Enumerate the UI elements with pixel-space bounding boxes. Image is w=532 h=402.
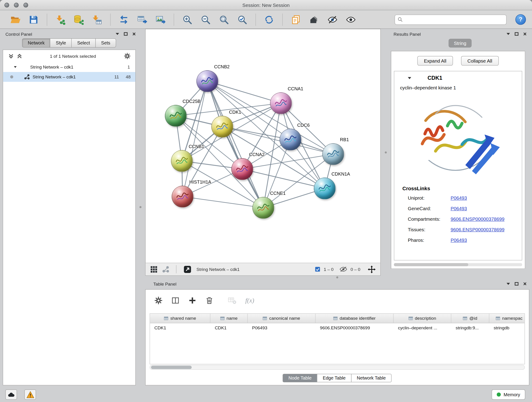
network-node-hist1h1a[interactable]: [172, 186, 193, 207]
table-cell[interactable]: CDK1: [150, 323, 210, 332]
column-header-name[interactable]: name: [210, 314, 248, 323]
tree-expander-icon[interactable]: [14, 66, 17, 68]
network-edge[interactable]: [207, 81, 263, 208]
tab-style[interactable]: Style: [50, 38, 72, 47]
crosslink-link[interactable]: P06493: [451, 195, 467, 201]
column-header-canonical-name[interactable]: canonical name: [248, 314, 316, 323]
open-in-new-window-icon[interactable]: [183, 265, 192, 274]
column-header-namespac[interactable]: namespac: [489, 314, 525, 323]
network-node-cdk1[interactable]: [211, 116, 233, 138]
column-header-description[interactable]: description: [394, 314, 451, 323]
results-panel-float-icon[interactable]: [515, 32, 519, 36]
tab-network-table[interactable]: Network Table: [351, 374, 392, 382]
import-network-database-button[interactable]: [71, 12, 86, 27]
network-node-cdc25b[interactable]: [165, 105, 187, 127]
control-panel-float-icon[interactable]: [124, 32, 128, 36]
results-tab-string[interactable]: String: [448, 39, 472, 48]
tab-select[interactable]: Select: [71, 38, 96, 47]
control-panel-close-icon[interactable]: ×: [133, 31, 136, 37]
network-row[interactable]: String Network – cdk1 11 48: [3, 72, 135, 82]
birdseye-grid-icon[interactable]: [150, 266, 157, 273]
crosslink-link[interactable]: 9606.ENSP00000378699: [451, 216, 505, 222]
table-panel-float-icon[interactable]: [515, 282, 519, 286]
help-button[interactable]: ?: [515, 14, 526, 25]
selected-checkbox-icon[interactable]: [315, 267, 321, 272]
table-cell[interactable]: CDK1: [210, 323, 248, 332]
expand-all-button[interactable]: Expand All: [418, 56, 453, 65]
network-node-ccnb1[interactable]: [171, 150, 193, 172]
delete-icon[interactable]: [205, 296, 214, 305]
table-cell[interactable]: stringdb:9...: [451, 323, 489, 332]
table-panel-close-icon[interactable]: ×: [523, 281, 527, 287]
import-table-button[interactable]: [90, 12, 104, 27]
table-cell[interactable]: cyclin–dependent ...: [394, 323, 451, 332]
tab-node-table[interactable]: Node Table: [283, 374, 317, 382]
hide-details-button[interactable]: [325, 12, 340, 27]
move-crosshair-icon[interactable]: [368, 265, 375, 273]
export-image-button[interactable]: [153, 12, 167, 27]
collapse-all-tree-icon[interactable]: [17, 53, 22, 59]
collapse-all-button[interactable]: Collapse All: [461, 56, 499, 65]
zoom-fit-button[interactable]: [217, 12, 231, 27]
tab-edge-table[interactable]: Edge Table: [317, 374, 351, 382]
network-node-cdkn1a[interactable]: [314, 178, 336, 199]
column-header-database-identifier[interactable]: database identifier: [316, 314, 394, 323]
network-node-cdc6[interactable]: [279, 128, 301, 150]
search-box[interactable]: [394, 14, 507, 25]
results-scrollbar[interactable]: [394, 263, 522, 266]
network-edge[interactable]: [183, 81, 207, 197]
network-node-ccna2[interactable]: [231, 158, 253, 180]
copy-document-button[interactable]: [289, 12, 303, 27]
horizontal-splitter-handle[interactable]: [336, 276, 338, 279]
results-scrollbar-thumb[interactable]: [394, 263, 468, 266]
table-hscrollbar[interactable]: [150, 365, 525, 370]
zoom-in-button[interactable]: [180, 12, 194, 27]
zoom-selected-button[interactable]: [235, 12, 249, 27]
columns-icon[interactable]: [171, 296, 180, 305]
crosslink-link[interactable]: P06493: [451, 206, 467, 211]
network-node-ccnb2[interactable]: [196, 70, 218, 92]
crosslink-link[interactable]: P06493: [451, 237, 467, 243]
gear-icon[interactable]: [154, 296, 163, 305]
results-panel-close-icon[interactable]: ×: [523, 31, 527, 37]
save-session-button[interactable]: [27, 12, 41, 27]
hidden-eye-slash-icon[interactable]: [340, 267, 347, 272]
open-session-button[interactable]: [8, 12, 22, 27]
network-edge[interactable]: [207, 81, 281, 103]
show-details-button[interactable]: [344, 12, 358, 27]
column-header-shared-name[interactable]: shared name: [150, 314, 210, 323]
memory-button[interactable]: Memory: [492, 389, 525, 400]
column-header--id[interactable]: @id: [451, 314, 489, 323]
add-column-icon[interactable]: [188, 296, 196, 305]
gear-icon[interactable]: [124, 53, 131, 60]
refresh-layout-button[interactable]: [262, 12, 276, 27]
share-network-icon[interactable]: [162, 266, 169, 273]
zoom-out-button[interactable]: [198, 12, 213, 27]
table-hscrollbar-thumb[interactable]: [151, 366, 192, 369]
protein-section-expander-icon[interactable]: [408, 77, 411, 79]
vertical-splitter-handle[interactable]: [139, 206, 142, 208]
table-cell[interactable]: P06493: [248, 323, 316, 332]
vertical-splitter-handle[interactable]: [385, 152, 387, 153]
network-canvas[interactable]: CCNB2CCNA1CDC25BCDK1CDC6RB1CCNB1CCNA2CDK…: [146, 29, 380, 263]
results-panel-menu-icon[interactable]: [507, 33, 510, 35]
network-collection-row[interactable]: String Network – cdk1 1: [3, 62, 135, 72]
network-node-ccna1[interactable]: [270, 92, 292, 114]
expand-all-tree-icon[interactable]: [8, 53, 13, 59]
tab-sets[interactable]: Sets: [95, 38, 116, 47]
cloud-status-button[interactable]: [6, 389, 17, 400]
search-input[interactable]: [405, 17, 504, 22]
network-edge[interactable]: [183, 197, 263, 208]
table-cell[interactable]: 9606.ENSP00000378699: [316, 323, 394, 332]
network-node-ccne1[interactable]: [253, 197, 274, 219]
table-panel-menu-icon[interactable]: [507, 283, 510, 285]
network-edge[interactable]: [242, 169, 325, 188]
crosslink-link[interactable]: 9606.ENSP00000378699: [451, 227, 505, 232]
home-button[interactable]: [307, 12, 321, 27]
tab-network[interactable]: Network: [22, 38, 51, 47]
table-row[interactable]: CDK1CDK1P064939606.ENSP00000378699cyclin…: [150, 323, 525, 332]
import-network-file-button[interactable]: [53, 12, 68, 27]
table-cell[interactable]: stringdb: [489, 323, 525, 332]
warnings-button[interactable]: [25, 389, 36, 400]
swap-network-button[interactable]: [117, 12, 131, 27]
